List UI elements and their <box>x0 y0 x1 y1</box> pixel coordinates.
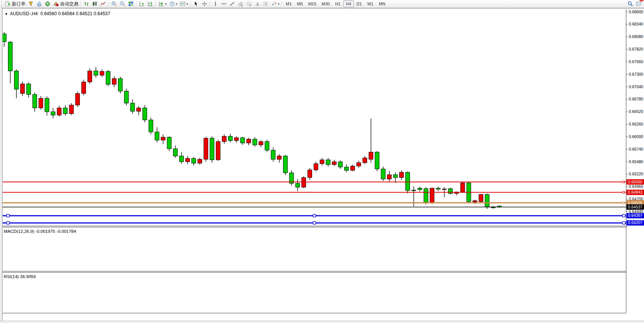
crosshair-button[interactable] <box>200 0 209 8</box>
toolbar-separator <box>156 1 156 7</box>
line-handle[interactable] <box>623 181 625 183</box>
price-marker-label: 0.64207 <box>628 220 642 225</box>
candle <box>430 188 434 203</box>
chevron-down-icon: ▾ <box>165 2 167 6</box>
line-handle[interactable] <box>313 214 316 217</box>
text-label-icon: T <box>263 1 269 7</box>
svg-text:A: A <box>256 2 259 7</box>
terminal-button[interactable] <box>43 0 52 8</box>
toolbar-separator <box>81 1 81 7</box>
candle <box>247 139 251 143</box>
candle <box>14 71 19 89</box>
auto-trading-button[interactable]: 自动交易 <box>52 0 80 8</box>
candle <box>88 71 92 82</box>
line-handle[interactable] <box>623 191 625 193</box>
indicators-button[interactable]: ▾ <box>157 0 168 8</box>
timeframe-mn[interactable]: MN <box>376 0 388 7</box>
price-tick-label: 0.68340 <box>629 22 643 26</box>
line-handle[interactable] <box>623 214 625 217</box>
zoom-out-button[interactable] <box>118 0 127 8</box>
timeframe-m15[interactable]: M15 <box>306 0 319 7</box>
text-button[interactable]: A <box>253 0 261 8</box>
periods-button[interactable]: ▾ <box>168 0 179 8</box>
new-order-button[interactable]: 新订单 <box>3 0 27 8</box>
price-tick-label: 0.67560 <box>629 59 643 64</box>
line-handle[interactable] <box>7 221 10 224</box>
chart-svg[interactable]: 0.686000.683400.680800.678200.675600.673… <box>0 8 644 321</box>
candle <box>363 158 367 163</box>
timeframe-h4[interactable]: H4 <box>343 0 354 7</box>
candlestick-chart-button[interactable] <box>91 0 99 8</box>
bar-chart-button[interactable] <box>82 0 91 8</box>
chevron-down-icon: ▾ <box>278 2 279 6</box>
candle <box>442 189 446 189</box>
line-handle[interactable] <box>623 202 625 204</box>
navigator-button[interactable] <box>35 0 43 8</box>
arrows-button[interactable]: ▾ <box>270 0 281 8</box>
clock-icon <box>169 1 175 7</box>
candle <box>301 178 306 187</box>
price-tick-label: 0.64960 <box>629 184 643 189</box>
chevron-down-icon: ▾ <box>176 2 177 6</box>
indicators-icon <box>158 1 164 7</box>
timeframe-m30[interactable]: M30 <box>319 0 332 7</box>
candle <box>2 34 6 41</box>
candle <box>45 98 49 111</box>
auto-trading-icon <box>53 1 59 7</box>
candle <box>179 156 183 162</box>
chart-canvas[interactable]: 0.686000.683400.680800.678200.675600.673… <box>0 8 644 321</box>
candle <box>375 152 379 169</box>
search-icon <box>627 1 633 7</box>
text-label-button[interactable]: T <box>261 0 270 8</box>
price-tick-label: 0.68600 <box>629 10 643 14</box>
zoom-in-button[interactable] <box>110 0 118 8</box>
candle <box>344 167 349 170</box>
data-window-button[interactable] <box>27 0 35 8</box>
timeframe-d1[interactable]: D1 <box>354 0 365 7</box>
candle <box>399 172 403 178</box>
chat-button[interactable]: 1 <box>634 0 643 8</box>
cursor-button[interactable] <box>192 0 200 8</box>
horizontal-line-button[interactable] <box>220 0 228 8</box>
tile-windows-button[interactable] <box>127 0 135 8</box>
vertical-line-icon <box>212 1 218 7</box>
line-handle[interactable] <box>623 221 625 224</box>
chart-shift-button[interactable] <box>146 0 155 8</box>
window-left-frame <box>0 8 3 321</box>
price-tick-label: 0.65220 <box>629 172 643 176</box>
price-tick-label: 0.67040 <box>629 84 643 89</box>
candle <box>405 172 410 191</box>
line-chart-button[interactable] <box>99 0 107 8</box>
horizontal-line-icon <box>221 1 227 7</box>
window-bottom-frame <box>0 321 644 323</box>
price-tick-label: 0.67820 <box>629 47 643 51</box>
toolbar-separator <box>108 1 109 7</box>
crosshair-icon <box>201 1 207 7</box>
candle <box>473 200 477 202</box>
candle <box>332 162 336 165</box>
candle <box>271 150 275 159</box>
timeframe-h1[interactable]: H1 <box>332 0 343 7</box>
timeframe-w1[interactable]: W1 <box>365 0 376 7</box>
line-handle[interactable] <box>7 214 10 217</box>
fibonacci-button[interactable]: F <box>245 0 253 8</box>
search-button[interactable] <box>626 0 634 8</box>
rsi-indicator-label: RSI(14) 36.9055 <box>4 274 36 279</box>
candle <box>69 105 73 114</box>
price-marker-label: 0.64357 <box>628 213 642 218</box>
arrows-icon <box>271 1 277 7</box>
auto-scroll-button[interactable] <box>138 0 146 8</box>
line-handle[interactable] <box>313 221 316 224</box>
vertical-line-button[interactable] <box>211 0 220 8</box>
timeframe-m1[interactable]: M1 <box>283 0 294 7</box>
candle <box>479 194 483 202</box>
equidistant-channel-button[interactable]: E <box>236 0 245 8</box>
symbol-title: ▼AUDUSD-,H4 0.64560 0.64564 0.64521 0.64… <box>5 11 110 16</box>
candle <box>461 183 465 192</box>
timeframe-m5[interactable]: M5 <box>294 0 305 7</box>
candle <box>216 142 220 160</box>
templates-button[interactable]: ▾ <box>179 0 189 8</box>
bar-chart-icon <box>83 1 89 7</box>
candle <box>381 169 385 179</box>
trendline-button[interactable] <box>228 0 236 8</box>
